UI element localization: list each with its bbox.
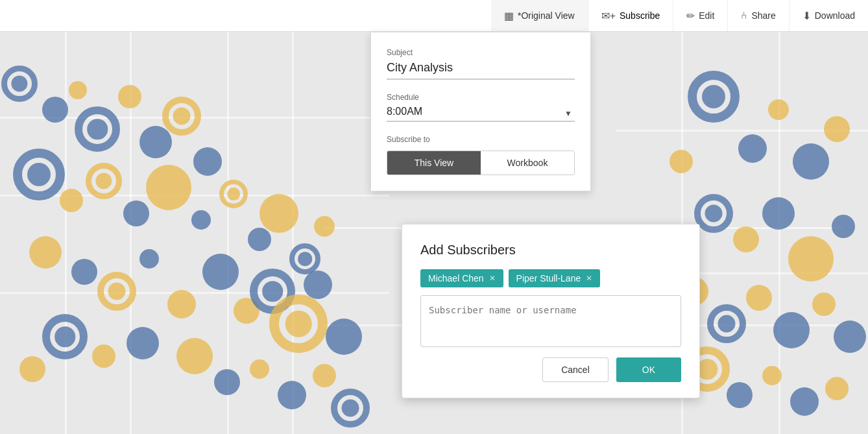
subscribe-to-label: Subscribe to [387,135,575,144]
remove-michael-button[interactable]: ✕ [489,274,496,283]
subject-input[interactable] [387,61,575,80]
schedule-select-wrapper: 8:00AM ▼ [387,106,575,122]
download-icon: ⬇ [802,10,811,22]
subscribe-to-toggle: This View Workbook [387,151,575,175]
chart-icon: ▦ [504,10,514,22]
subscriber-input[interactable] [420,295,681,347]
schedule-select[interactable]: 8:00AM [387,106,575,122]
download-button[interactable]: ⬇ Download [790,0,868,31]
subscriber-name-michael: Michael Chen [428,273,484,283]
workbook-button[interactable]: Workbook [481,151,574,175]
share-icon: ⑃ [741,10,747,21]
share-label: Share [751,10,775,21]
cancel-button[interactable]: Cancel [542,357,609,382]
edit-label: Edit [699,10,714,21]
modal-actions: Cancel OK [420,357,681,382]
subscribers-tags: Michael Chen ✕ Piper Stull-Lane ✕ [420,269,681,287]
subscribe-panel: Subject Schedule 8:00AM ▼ Subscribe to T… [370,32,591,191]
subscribe-label: Subscribe [620,10,660,21]
share-button[interactable]: ⑃ Share [728,0,789,31]
add-subscribers-modal: Add Subscribers Michael Chen ✕ Piper Stu… [402,224,700,398]
schedule-label: Schedule [387,93,575,102]
ok-button[interactable]: OK [616,357,681,382]
subscribe-icon: ✉+ [601,10,616,22]
download-label: Download [815,10,855,21]
this-view-button[interactable]: This View [387,151,481,175]
subscriber-tag-piper: Piper Stull-Lane ✕ [509,269,601,287]
toolbar: ▦ *Original View ✉+ Subscribe ✏ Edit ⑃ S… [0,0,868,32]
subscribe-button[interactable]: ✉+ Subscribe [588,0,674,31]
original-view-label: *Original View [518,10,575,21]
modal-title: Add Subscribers [420,243,681,258]
original-view-button[interactable]: ▦ *Original View [491,0,588,31]
subject-label: Subject [387,48,575,57]
edit-icon: ✏ [686,10,695,22]
subscriber-tag-michael: Michael Chen ✕ [420,269,503,287]
subscriber-name-piper: Piper Stull-Lane [516,273,581,283]
remove-piper-button[interactable]: ✕ [586,274,592,283]
edit-button[interactable]: ✏ Edit [673,0,728,31]
